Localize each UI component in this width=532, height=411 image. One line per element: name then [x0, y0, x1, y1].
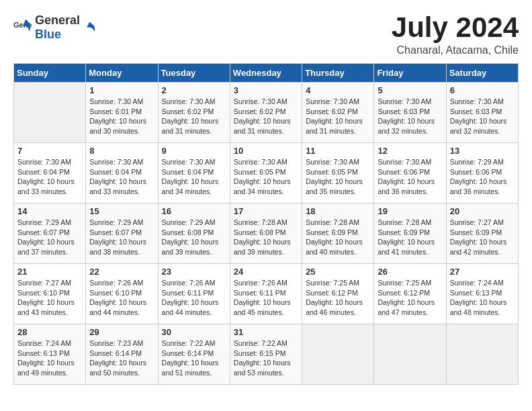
day-number: 1: [89, 85, 154, 95]
header-day-tuesday: Tuesday: [158, 64, 230, 83]
logo-blue: Blue: [35, 28, 61, 41]
calendar-cell: [374, 324, 446, 385]
day-info: Sunrise: 7:30 AM Sunset: 6:03 PM Dayligh…: [450, 97, 515, 136]
day-number: 24: [234, 267, 298, 277]
day-info: Sunrise: 7:30 AM Sunset: 6:02 PM Dayligh…: [306, 97, 370, 136]
calendar-cell: 2Sunrise: 7:30 AM Sunset: 6:02 PM Daylig…: [158, 83, 230, 143]
calendar-cell: 13Sunrise: 7:29 AM Sunset: 6:06 PM Dayli…: [446, 143, 518, 203]
calendar-cell: [302, 324, 374, 385]
logo-icon: [83, 21, 96, 34]
day-info: Sunrise: 7:26 AM Sunset: 6:10 PM Dayligh…: [89, 278, 154, 318]
day-info: Sunrise: 7:25 AM Sunset: 6:12 PM Dayligh…: [378, 278, 442, 318]
day-number: 23: [162, 267, 226, 277]
calendar-cell: [14, 83, 86, 143]
day-number: 21: [17, 267, 82, 277]
day-info: Sunrise: 7:30 AM Sunset: 6:05 PM Dayligh…: [234, 157, 298, 197]
logo: General General Blue: [13, 13, 96, 42]
day-number: 6: [450, 85, 515, 95]
calendar-cell: 18Sunrise: 7:28 AM Sunset: 6:09 PM Dayli…: [302, 203, 374, 264]
calendar-cell: 21Sunrise: 7:27 AM Sunset: 6:10 PM Dayli…: [14, 264, 86, 324]
calendar-cell: 12Sunrise: 7:30 AM Sunset: 6:06 PM Dayli…: [374, 143, 446, 203]
day-number: 15: [89, 206, 154, 216]
day-number: 29: [89, 327, 154, 337]
calendar-cell: 14Sunrise: 7:29 AM Sunset: 6:07 PM Dayli…: [14, 203, 86, 264]
day-number: 10: [234, 146, 298, 156]
day-info: Sunrise: 7:29 AM Sunset: 6:06 PM Dayligh…: [450, 157, 515, 197]
calendar-cell: 26Sunrise: 7:25 AM Sunset: 6:12 PM Dayli…: [374, 264, 446, 324]
day-info: Sunrise: 7:28 AM Sunset: 6:09 PM Dayligh…: [378, 218, 442, 257]
day-info: Sunrise: 7:29 AM Sunset: 6:07 PM Dayligh…: [17, 218, 82, 257]
day-info: Sunrise: 7:30 AM Sunset: 6:02 PM Dayligh…: [162, 97, 226, 136]
calendar-table: SundayMondayTuesdayWednesdayThursdayFrid…: [13, 63, 519, 385]
day-info: Sunrise: 7:30 AM Sunset: 6:04 PM Dayligh…: [89, 157, 154, 197]
day-info: Sunrise: 7:30 AM Sunset: 6:02 PM Dayligh…: [234, 97, 298, 136]
day-info: Sunrise: 7:23 AM Sunset: 6:14 PM Dayligh…: [89, 338, 154, 378]
calendar-cell: 5Sunrise: 7:30 AM Sunset: 6:03 PM Daylig…: [374, 83, 446, 143]
day-number: 19: [378, 206, 442, 216]
day-number: 5: [378, 85, 442, 95]
title-area: July 2024 Chanaral, Atacama, Chile: [392, 13, 519, 56]
calendar-cell: 11Sunrise: 7:30 AM Sunset: 6:05 PM Dayli…: [302, 143, 374, 203]
calendar-cell: 28Sunrise: 7:24 AM Sunset: 6:13 PM Dayli…: [14, 324, 86, 385]
day-number: 17: [234, 206, 298, 216]
calendar-cell: 30Sunrise: 7:22 AM Sunset: 6:14 PM Dayli…: [158, 324, 230, 385]
header: General General Blue July 2024 Chanaral,…: [13, 13, 519, 56]
day-info: Sunrise: 7:29 AM Sunset: 6:08 PM Dayligh…: [162, 218, 226, 257]
day-info: Sunrise: 7:28 AM Sunset: 6:09 PM Dayligh…: [306, 218, 370, 257]
header-day-friday: Friday: [374, 64, 446, 83]
week-row-4: 21Sunrise: 7:27 AM Sunset: 6:10 PM Dayli…: [14, 264, 519, 324]
day-info: Sunrise: 7:30 AM Sunset: 6:01 PM Dayligh…: [89, 97, 154, 136]
calendar-cell: 9Sunrise: 7:30 AM Sunset: 6:04 PM Daylig…: [158, 143, 230, 203]
day-info: Sunrise: 7:22 AM Sunset: 6:14 PM Dayligh…: [162, 338, 226, 378]
day-info: Sunrise: 7:24 AM Sunset: 6:13 PM Dayligh…: [450, 278, 515, 318]
day-info: Sunrise: 7:26 AM Sunset: 6:11 PM Dayligh…: [162, 278, 226, 318]
calendar-cell: 27Sunrise: 7:24 AM Sunset: 6:13 PM Dayli…: [446, 264, 518, 324]
day-number: 25: [306, 267, 370, 277]
calendar-cell: 31Sunrise: 7:22 AM Sunset: 6:15 PM Dayli…: [230, 324, 302, 385]
week-row-1: 1Sunrise: 7:30 AM Sunset: 6:01 PM Daylig…: [14, 83, 519, 143]
calendar-cell: 29Sunrise: 7:23 AM Sunset: 6:14 PM Dayli…: [86, 324, 158, 385]
week-row-2: 7Sunrise: 7:30 AM Sunset: 6:04 PM Daylig…: [14, 143, 519, 203]
calendar-cell: 17Sunrise: 7:28 AM Sunset: 6:08 PM Dayli…: [230, 203, 302, 264]
calendar-cell: 8Sunrise: 7:30 AM Sunset: 6:04 PM Daylig…: [86, 143, 158, 203]
calendar-cell: 3Sunrise: 7:30 AM Sunset: 6:02 PM Daylig…: [230, 83, 302, 143]
header-day-wednesday: Wednesday: [230, 64, 302, 83]
location-title: Chanaral, Atacama, Chile: [392, 44, 519, 56]
day-info: Sunrise: 7:22 AM Sunset: 6:15 PM Dayligh…: [234, 338, 298, 378]
day-number: 27: [450, 267, 515, 277]
calendar-cell: 22Sunrise: 7:26 AM Sunset: 6:10 PM Dayli…: [86, 264, 158, 324]
day-info: Sunrise: 7:28 AM Sunset: 6:08 PM Dayligh…: [234, 218, 298, 257]
day-info: Sunrise: 7:24 AM Sunset: 6:13 PM Dayligh…: [17, 338, 82, 378]
day-number: 30: [162, 327, 226, 337]
day-info: Sunrise: 7:30 AM Sunset: 6:03 PM Dayligh…: [378, 97, 442, 136]
day-number: 13: [450, 146, 515, 156]
day-info: Sunrise: 7:26 AM Sunset: 6:11 PM Dayligh…: [234, 278, 298, 318]
day-number: 28: [17, 327, 82, 337]
calendar-cell: 25Sunrise: 7:25 AM Sunset: 6:12 PM Dayli…: [302, 264, 374, 324]
day-number: 4: [306, 85, 370, 95]
day-number: 14: [17, 206, 82, 216]
calendar-cell: 23Sunrise: 7:26 AM Sunset: 6:11 PM Dayli…: [158, 264, 230, 324]
calendar-cell: 16Sunrise: 7:29 AM Sunset: 6:08 PM Dayli…: [158, 203, 230, 264]
day-info: Sunrise: 7:30 AM Sunset: 6:04 PM Dayligh…: [162, 157, 226, 197]
calendar-cell: 24Sunrise: 7:26 AM Sunset: 6:11 PM Dayli…: [230, 264, 302, 324]
calendar-cell: 7Sunrise: 7:30 AM Sunset: 6:04 PM Daylig…: [14, 143, 86, 203]
calendar-cell: 4Sunrise: 7:30 AM Sunset: 6:02 PM Daylig…: [302, 83, 374, 143]
day-info: Sunrise: 7:30 AM Sunset: 6:05 PM Dayligh…: [306, 157, 370, 197]
calendar-cell: 10Sunrise: 7:30 AM Sunset: 6:05 PM Dayli…: [230, 143, 302, 203]
day-number: 12: [378, 146, 442, 156]
day-number: 9: [162, 146, 226, 156]
day-number: 3: [234, 85, 298, 95]
calendar-cell: 19Sunrise: 7:28 AM Sunset: 6:09 PM Dayli…: [374, 203, 446, 264]
header-day-thursday: Thursday: [302, 64, 374, 83]
day-number: 16: [162, 206, 226, 216]
week-row-5: 28Sunrise: 7:24 AM Sunset: 6:13 PM Dayli…: [14, 324, 519, 385]
day-info: Sunrise: 7:29 AM Sunset: 6:07 PM Dayligh…: [89, 218, 154, 257]
week-row-3: 14Sunrise: 7:29 AM Sunset: 6:07 PM Dayli…: [14, 203, 519, 264]
day-number: 8: [89, 146, 154, 156]
day-number: 18: [306, 206, 370, 216]
day-number: 22: [89, 267, 154, 277]
calendar-cell: [446, 324, 518, 385]
calendar-cell: 1Sunrise: 7:30 AM Sunset: 6:01 PM Daylig…: [86, 83, 158, 143]
calendar-cell: 20Sunrise: 7:27 AM Sunset: 6:09 PM Dayli…: [446, 203, 518, 264]
